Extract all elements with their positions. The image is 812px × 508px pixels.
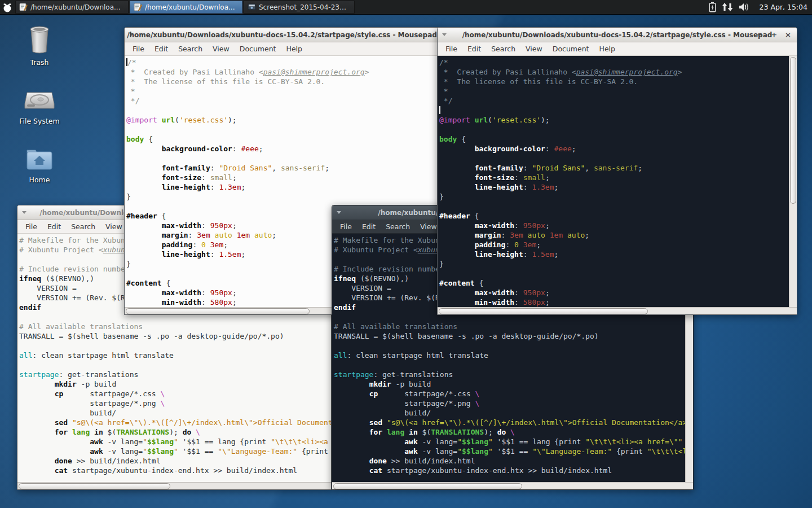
scrollbar-thumb[interactable] xyxy=(126,308,310,314)
window-menu-button[interactable] xyxy=(438,33,451,36)
home-folder-icon xyxy=(25,146,54,172)
text-editor-area[interactable]: /* * Created by Pasi Lallinaho <pasi@shi… xyxy=(438,56,789,307)
horizontal-scrollbar[interactable] xyxy=(17,482,331,489)
window-menu-icon xyxy=(337,211,341,214)
menu-item-search[interactable]: Search xyxy=(487,43,520,54)
code-line: sed "s@\(<a href=\"\).*\([^/]\+/index\.h… xyxy=(334,418,685,427)
desktop-icon-file-system[interactable]: File System xyxy=(6,85,73,125)
code-line: min-width: 580px; xyxy=(439,297,789,307)
code-line: * xyxy=(439,86,789,96)
code-line: font-family: "Droid Sans", sans-serif; xyxy=(439,163,789,173)
vertical-scrollbar[interactable] xyxy=(789,56,797,307)
menu-item-file[interactable]: File xyxy=(441,43,462,54)
code-line: font-family: "Droid Sans", sans-serif; xyxy=(126,163,439,173)
code-line: for lang in $(TRANSLATIONS); do \ xyxy=(19,427,331,437)
code-line: awk -v lang="$$lang" '$$1 == "\"Language… xyxy=(334,446,685,456)
menu-item-view[interactable]: View xyxy=(208,43,234,54)
code-line: TRANSALL = $(shell basename -s .po -a de… xyxy=(334,331,685,341)
applications-menu-button[interactable] xyxy=(0,0,15,14)
menu-item-edit[interactable]: Edit xyxy=(43,221,65,232)
menu-item-document[interactable]: Document xyxy=(235,43,281,54)
code-line xyxy=(439,125,789,134)
window-menu-button[interactable] xyxy=(125,33,138,36)
window-menu-icon xyxy=(442,33,447,36)
battery-icon[interactable] xyxy=(709,2,716,12)
taskbar-button-mousepad-2[interactable]: /home/xubuntu/Downloa... xyxy=(130,1,242,14)
minimize-button[interactable]: − xyxy=(757,28,763,41)
desktop-icon-home[interactable]: Home xyxy=(6,146,73,184)
taskbar-button-mousepad-1[interactable]: /home/xubuntu/Downloa... xyxy=(15,1,129,14)
code-line: * Created by Pasi Lallinaho <pasi@shimme… xyxy=(126,67,439,77)
menu-item-help[interactable]: Help xyxy=(595,43,620,54)
menu-item-file[interactable]: File xyxy=(128,43,149,54)
network-arrows-icon[interactable] xyxy=(721,2,734,12)
mousepad-icon xyxy=(19,3,28,11)
code-line: margin: 3em auto 1em auto; xyxy=(439,230,789,240)
code-line: /* xyxy=(126,58,439,67)
code-line: sed "s@\(<a href=\"\).*\([^/]\+/index\.h… xyxy=(19,418,331,427)
menu-item-file[interactable]: File xyxy=(21,221,42,232)
menu-item-edit[interactable]: Edit xyxy=(358,221,380,232)
code-line: @import url('reset.css'); xyxy=(126,115,439,125)
menu-item-search[interactable]: Search xyxy=(381,221,414,232)
menu-item-view[interactable]: View xyxy=(101,221,127,232)
top-panel: /home/xubuntu/Downloa... /home/xubuntu/D… xyxy=(0,0,812,15)
trash-icon xyxy=(27,25,52,54)
titlebar[interactable]: /home/xubuntu/Downloads/xubuntu-docs-15.… xyxy=(125,28,439,42)
code-line: max-width: 950px; xyxy=(439,288,789,297)
code-line xyxy=(439,202,789,211)
code-line: done >> build/index.html xyxy=(19,456,331,466)
horizontal-scrollbar[interactable] xyxy=(438,307,797,314)
code-line: */ xyxy=(126,96,439,106)
code-line: done >> build/index.html xyxy=(334,456,685,466)
menu-item-help[interactable]: Help xyxy=(282,43,307,54)
scrollbar-thumb[interactable] xyxy=(19,483,170,489)
panel-clock[interactable]: 23 Apr, 15:04 xyxy=(756,3,807,11)
text-caret xyxy=(439,106,440,114)
horizontal-scrollbar[interactable] xyxy=(332,482,693,489)
code-line xyxy=(439,269,789,278)
code-line: body { xyxy=(439,134,789,144)
code-line: startpage/*.png \ xyxy=(334,398,685,408)
code-line: padding: 0 3em; xyxy=(439,240,789,249)
menubar: FileEditSearchViewDocumentHelp xyxy=(438,42,797,56)
taskbar-button-screenshot[interactable]: Screenshot_2015-04-23_06-... xyxy=(244,1,355,14)
code-line xyxy=(126,154,439,163)
menu-item-file[interactable]: File xyxy=(336,221,356,232)
maximize-button[interactable]: + xyxy=(771,28,777,41)
code-line: awk -v lang="$$lang" '$$1 == "\"Language… xyxy=(19,446,331,456)
code-line: #header { xyxy=(439,211,789,221)
code-line: line-height: 1.3em; xyxy=(126,182,439,192)
code-line: #content { xyxy=(439,278,789,288)
code-line xyxy=(439,154,789,163)
code-line xyxy=(19,360,331,370)
scrollbar-thumb[interactable] xyxy=(790,57,796,204)
close-button[interactable]: × xyxy=(785,28,791,41)
desktop-icon-label: File System xyxy=(6,117,73,125)
menu-item-search[interactable]: Search xyxy=(174,43,207,54)
desktop-icon-trash[interactable]: Trash xyxy=(6,25,73,67)
mousepad-icon xyxy=(134,3,142,11)
window-title: /home/xubuntu/Downloads/xubuntu-docs-15.… xyxy=(125,31,439,39)
volume-icon[interactable] xyxy=(739,2,751,12)
window-menu-icon xyxy=(22,211,27,214)
scrollbar-thumb[interactable] xyxy=(439,308,648,314)
window-menu-button[interactable] xyxy=(17,211,31,214)
window-menu-button[interactable] xyxy=(332,211,346,214)
menu-item-edit[interactable]: Edit xyxy=(150,43,173,54)
code-line: * The license of this file is CC-BY-SA 2… xyxy=(126,77,439,86)
menu-item-document[interactable]: Document xyxy=(548,43,594,54)
code-line: background-color: #eee; xyxy=(439,144,789,154)
menu-item-search[interactable]: Search xyxy=(67,221,100,232)
window-css-dark[interactable]: /home/xubuntu/Downloads/xubuntu-docs-15.… xyxy=(437,27,797,315)
menu-item-edit[interactable]: Edit xyxy=(463,43,486,54)
code-line: startpage/*.png \ xyxy=(19,398,331,408)
code-line: body { xyxy=(126,134,439,144)
window-title: /home/xubuntu/Downloads/xubuntu-docs-15.… xyxy=(438,31,797,39)
titlebar[interactable]: /home/xubuntu/Downloads/xubuntu-docs-15.… xyxy=(438,28,797,42)
menu-item-view[interactable]: View xyxy=(521,43,547,54)
code-line xyxy=(19,341,331,351)
code-line: awk -v lang="$$lang" '$$1 == lang {print… xyxy=(334,437,685,446)
scrollbar-thumb[interactable] xyxy=(333,483,522,489)
code-line: } xyxy=(439,259,789,269)
